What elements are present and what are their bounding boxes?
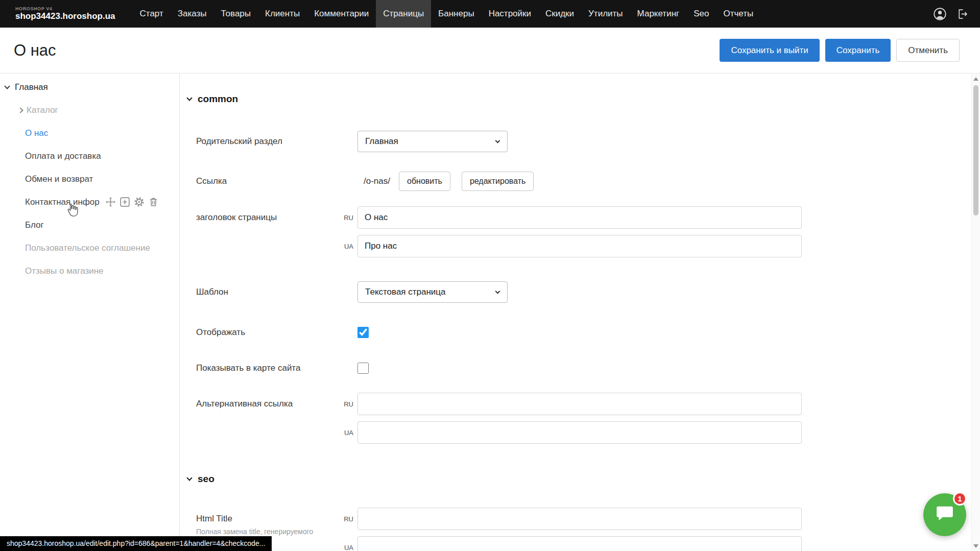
nav-item-reports[interactable]: Отчеты	[716, 0, 760, 28]
template-select[interactable]: Текстовая страница	[357, 281, 508, 303]
nav-item-pages[interactable]: Страницы	[376, 0, 431, 28]
trash-icon[interactable]	[149, 197, 158, 207]
sidebar-item-catalog[interactable]: Каталог	[0, 99, 179, 122]
sitemap-label: Показывать в карте сайта	[196, 363, 357, 373]
tree-item-label: Оплата и доставка	[25, 151, 101, 161]
scrollbar-down-arrow-icon[interactable]	[973, 544, 978, 548]
user-account-icon[interactable]	[933, 7, 947, 21]
sidebar-item-kontaktnaya-informatsiya[interactable]: Контактная инфор	[0, 190, 179, 213]
parent-section-row: Родительский раздел Главная	[196, 131, 980, 152]
page-title-ua-input[interactable]	[357, 235, 802, 257]
link-refresh-button[interactable]: обновить	[399, 172, 450, 191]
nav-item-products[interactable]: Товары	[214, 0, 258, 28]
page-edit-form: common Родительский раздел Главная Ссылк…	[180, 74, 980, 551]
move-icon[interactable]	[106, 197, 115, 207]
parent-section-select[interactable]: Главная	[357, 131, 508, 152]
nav-item-clients[interactable]: Клиенты	[258, 0, 307, 28]
chevron-right-icon[interactable]	[17, 107, 23, 113]
alt-link-label: Альтернативная ссылка	[196, 393, 339, 415]
tree-item-label: Отзывы о магазине	[25, 266, 104, 276]
display-row: Отображать	[196, 327, 980, 338]
sidebar-item-glavnaya[interactable]: Главная	[0, 76, 179, 99]
cancel-button[interactable]: Отменить	[896, 39, 960, 62]
sidebar-item-obmen-i-vozvrat[interactable]: Обмен и возврат	[0, 167, 179, 190]
pages-tree-sidebar: Главная Каталог О нас Оплата и доставка …	[0, 74, 180, 551]
sidebar-item-agreement[interactable]: Пользовательское соглашение	[0, 236, 179, 259]
lang-ua-badge: UA	[339, 243, 353, 250]
chat-bubble-icon	[935, 504, 955, 526]
save-button[interactable]: Сохранить	[825, 39, 891, 62]
page-header: О нас Сохранить и выйти Сохранить Отмени…	[0, 28, 980, 74]
lang-ru-badge: RU	[339, 515, 353, 523]
sidebar-item-shop-reviews[interactable]: Отзывы о магазине	[0, 259, 179, 282]
add-page-icon[interactable]	[120, 197, 130, 207]
tree-item-label: Каталог	[27, 105, 58, 115]
link-edit-button[interactable]: редактировать	[462, 172, 534, 191]
app-logo[interactable]: HOROSHOP V4 shop34423.horoshop.ua	[15, 0, 115, 28]
nav-item-seo[interactable]: Seo	[686, 0, 716, 28]
lang-ru-badge: RU	[339, 214, 353, 222]
content-area: Главная Каталог О нас Оплата и доставка …	[0, 74, 980, 551]
chevron-down-icon[interactable]	[4, 83, 10, 89]
nav-item-banners[interactable]: Баннеры	[431, 0, 482, 28]
nav-item-start[interactable]: Старт	[133, 0, 171, 28]
page-title-row: заголовок страницы RU UA	[196, 206, 980, 257]
template-label: Шаблон	[196, 287, 357, 297]
tree-item-label: О нас	[25, 128, 48, 138]
lang-ru-badge: RU	[339, 400, 353, 408]
header-actions: Сохранить и выйти Сохранить Отменить	[720, 39, 960, 62]
section-seo-toggle[interactable]: seo	[187, 473, 980, 485]
display-checkbox[interactable]	[357, 327, 369, 338]
nav-item-utilities[interactable]: Утилиты	[581, 0, 630, 28]
nav-item-orders[interactable]: Заказы	[171, 0, 214, 28]
chevron-down-icon	[495, 138, 500, 143]
section-common-toggle[interactable]: common	[187, 93, 980, 105]
logo-domain-label: shop34423.horoshop.ua	[15, 12, 115, 21]
alt-link-ua-input[interactable]	[357, 421, 802, 444]
vertical-scrollbar[interactable]	[971, 74, 980, 551]
nav-item-comments[interactable]: Комментарии	[307, 0, 376, 28]
html-title-ua-input[interactable]	[357, 536, 802, 551]
link-url-statusbar: shop34423.horoshop.ua/edit/edit.php?id=6…	[0, 536, 272, 551]
parent-section-label: Родительский раздел	[196, 136, 357, 147]
sitemap-checkbox[interactable]	[357, 363, 369, 374]
scrollbar-thumb[interactable]	[973, 85, 978, 215]
tree-root-label: Главная	[15, 82, 48, 92]
link-path-value: /o-nas/	[357, 176, 390, 186]
tree-item-hover-actions	[106, 197, 158, 207]
chevron-down-icon	[495, 289, 500, 294]
scrollbar-up-arrow-icon[interactable]	[973, 77, 978, 81]
lang-ua-badge: UA	[339, 544, 353, 551]
nav-item-settings[interactable]: Настройки	[482, 0, 538, 28]
sidebar-item-o-nas[interactable]: О нас	[0, 122, 179, 145]
display-label: Отображать	[196, 327, 357, 338]
section-common-label: common	[198, 93, 238, 105]
html-title-row: Html Title Полная замена title, генериру…	[196, 508, 980, 551]
nav-item-discounts[interactable]: Скидки	[538, 0, 581, 28]
template-row: Шаблон Текстовая страница	[196, 281, 980, 303]
chevron-down-icon	[186, 95, 192, 101]
main-menu: Старт Заказы Товары Клиенты Комментарии …	[133, 0, 761, 28]
lang-ua-badge: UA	[339, 429, 353, 437]
template-value: Текстовая страница	[365, 287, 446, 297]
alt-link-ru-input[interactable]	[357, 393, 802, 415]
sitemap-row: Показывать в карте сайта	[196, 363, 980, 374]
sidebar-item-oplata-i-dostavka[interactable]: Оплата и доставка	[0, 145, 179, 167]
sidebar-item-blog[interactable]: Блог	[0, 213, 179, 236]
parent-section-value: Главная	[365, 136, 398, 147]
nav-item-marketing[interactable]: Маркетинг	[630, 0, 687, 28]
chevron-down-icon	[186, 475, 192, 481]
page-title-ru-input[interactable]	[357, 206, 802, 229]
page-title: О нас	[14, 41, 56, 60]
logout-icon[interactable]	[956, 8, 969, 20]
alt-link-row: Альтернативная ссылка RU UA	[196, 393, 980, 444]
chat-widget-button[interactable]: 1	[923, 493, 966, 536]
save-and-exit-button[interactable]: Сохранить и выйти	[720, 39, 819, 62]
html-title-label-block: Html Title Полная замена title, генериру…	[196, 508, 339, 536]
tree-item-label: Блог	[25, 220, 44, 230]
gear-icon[interactable]	[134, 197, 144, 207]
tree-item-label: Обмен и возврат	[25, 174, 93, 184]
html-title-hint: Полная замена title, генерируемого	[196, 527, 339, 536]
chat-notification-badge: 1	[953, 492, 967, 506]
html-title-ru-input[interactable]	[357, 508, 802, 530]
